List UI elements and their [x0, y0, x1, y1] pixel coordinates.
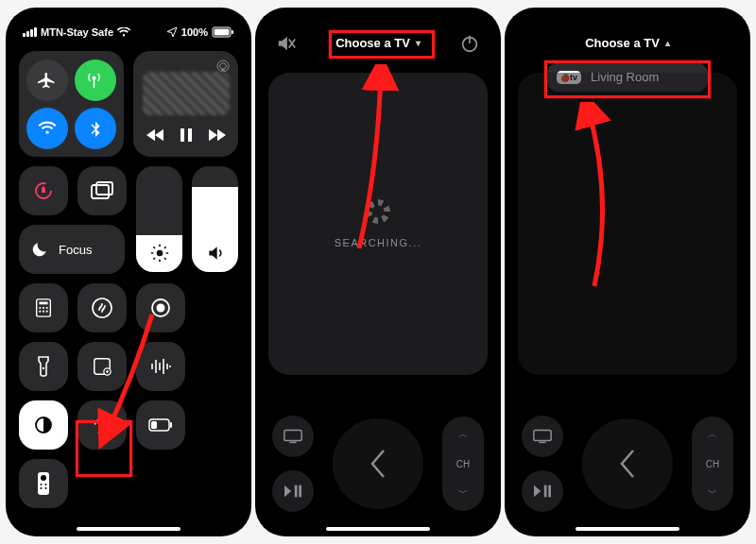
highlight-choose-tv	[329, 30, 435, 59]
tv-icon	[283, 428, 303, 445]
cellular-toggle[interactable]	[75, 60, 116, 101]
svg-rect-20	[39, 302, 47, 305]
flashlight-icon	[34, 355, 53, 378]
play-pause-icon	[284, 484, 301, 498]
sound-recognition-button[interactable]	[136, 342, 185, 391]
svg-point-22	[43, 307, 44, 309]
airplane-toggle[interactable]	[26, 60, 68, 101]
svg-rect-59	[534, 431, 551, 441]
notes-icon	[92, 356, 112, 377]
chevron-up-icon: ︿	[708, 428, 717, 441]
dark-mode-button[interactable]	[19, 400, 68, 450]
channel-rocker[interactable]: ︿ CH ﹀	[442, 416, 484, 511]
focus-label: Focus	[59, 243, 92, 257]
svg-line-16	[164, 258, 166, 260]
svg-line-18	[164, 246, 166, 248]
connectivity-tile[interactable]	[19, 51, 124, 157]
forward-icon[interactable]	[209, 128, 226, 142]
trackpad[interactable]: SEARCHING...	[268, 73, 488, 375]
svg-point-50	[45, 487, 47, 489]
svg-rect-2	[232, 30, 233, 34]
screen-mirroring-button[interactable]	[77, 166, 127, 215]
focus-button[interactable]: Focus	[19, 225, 125, 274]
chevron-up-icon: ︿	[458, 428, 468, 441]
play-pause-button[interactable]	[272, 470, 314, 512]
svg-rect-62	[548, 485, 551, 498]
remote-bottom-controls: ︿ CH ﹀	[505, 416, 750, 512]
chevron-down-icon: ﹀	[708, 486, 717, 500]
play-pause-button[interactable]	[522, 470, 563, 512]
svg-rect-58	[299, 485, 301, 498]
svg-rect-9	[96, 182, 112, 195]
volume-slider[interactable]	[192, 166, 238, 272]
svg-point-21	[39, 307, 41, 309]
svg-rect-43	[151, 421, 157, 429]
svg-rect-57	[295, 485, 298, 498]
searching-label: SEARCHING...	[335, 237, 422, 248]
power-button[interactable]	[455, 33, 484, 54]
screen-control-center: MTN-Stay Safe 100%	[6, 8, 251, 536]
notes-button[interactable]	[77, 342, 127, 391]
choose-tv-button[interactable]: Choose a TV ▴	[574, 30, 681, 56]
media-tile[interactable]	[133, 51, 238, 157]
waveform-icon	[149, 357, 172, 376]
antenna-icon	[86, 71, 105, 90]
svg-point-24	[39, 311, 41, 313]
remote-header: Choose a TV ▴	[505, 8, 750, 63]
rotation-lock-button[interactable]	[19, 166, 68, 215]
chevron-left-icon	[367, 447, 389, 481]
home-indicator[interactable]	[77, 527, 180, 531]
screen-remote-searching: Choose a TV ▾ SEARCHING... ︿ CH ﹀	[255, 8, 501, 536]
signal-icon	[23, 27, 37, 37]
svg-point-10	[156, 250, 163, 257]
battery-low-icon	[148, 418, 173, 432]
svg-rect-44	[170, 422, 172, 428]
svg-point-47	[41, 484, 43, 485]
screen-remote-menu: Choose a TV ▴ 🍎tv Living Room ︿ CH ﹀	[505, 8, 750, 536]
svg-point-26	[46, 311, 48, 313]
svg-point-27	[93, 298, 112, 317]
brightness-icon	[150, 244, 169, 263]
ch-label: CH	[456, 459, 470, 469]
choose-tv-label: Choose a TV	[585, 36, 660, 50]
back-button[interactable]	[582, 418, 673, 509]
trackpad[interactable]	[518, 73, 737, 375]
apple-tv-remote-button[interactable]	[19, 459, 68, 508]
calculator-button[interactable]	[19, 283, 68, 332]
bluetooth-toggle[interactable]	[75, 108, 116, 149]
spinner-icon	[366, 199, 390, 224]
mute-button[interactable]	[272, 34, 301, 53]
chevron-left-icon	[616, 447, 639, 481]
screen-record-button[interactable]	[136, 283, 185, 332]
pause-icon[interactable]	[180, 128, 192, 142]
battery-icon	[212, 26, 234, 38]
low-power-button[interactable]	[136, 400, 185, 450]
shazam-button[interactable]	[77, 283, 127, 332]
brightness-slider[interactable]	[136, 166, 182, 272]
wifi-toggle[interactable]	[26, 108, 68, 149]
wifi-icon	[117, 27, 130, 37]
bluetooth-icon	[87, 120, 104, 137]
back-button[interactable]	[333, 418, 423, 509]
tv-button[interactable]	[272, 416, 314, 457]
location-icon	[166, 26, 178, 38]
svg-rect-1	[215, 29, 230, 36]
carrier-label: MTN-Stay Safe	[41, 26, 113, 38]
airplane-icon	[38, 71, 57, 90]
svg-point-29	[157, 304, 165, 313]
volume-icon	[206, 244, 225, 263]
flashlight-button[interactable]	[19, 342, 68, 391]
home-indicator[interactable]	[326, 527, 430, 531]
svg-line-15	[153, 246, 155, 248]
home-indicator[interactable]	[576, 527, 679, 531]
ch-label: CH	[706, 459, 719, 469]
tv-button[interactable]	[522, 416, 563, 457]
rewind-icon[interactable]	[146, 128, 163, 142]
dark-mode-icon	[32, 414, 55, 436]
svg-rect-6	[188, 128, 192, 142]
shazam-icon	[91, 297, 113, 319]
svg-point-25	[43, 311, 44, 313]
channel-rocker[interactable]: ︿ CH ﹀	[692, 416, 733, 511]
remote-bottom-controls: ︿ CH ﹀	[255, 416, 501, 512]
svg-rect-8	[92, 185, 109, 198]
